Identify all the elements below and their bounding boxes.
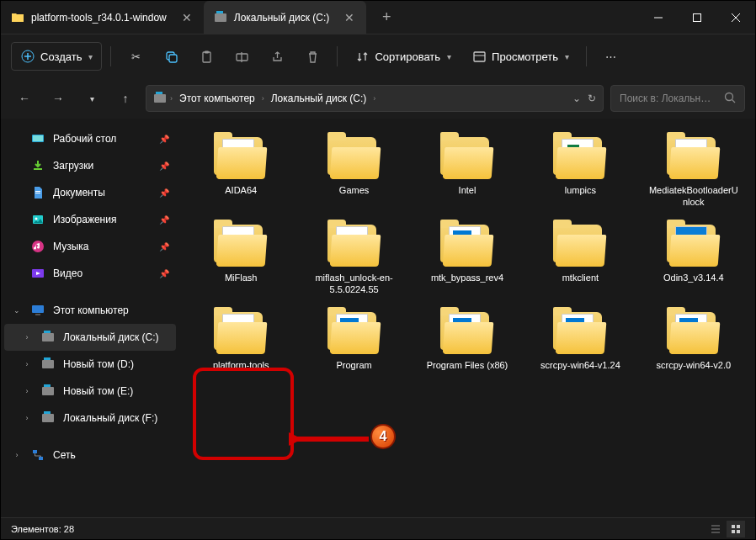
- refresh-button[interactable]: ↻: [588, 93, 596, 104]
- pictures-icon: [31, 213, 45, 226]
- folder-item[interactable]: Odin3_v3.14.4: [639, 216, 748, 300]
- folder-label: miflash_unlock-en-5.5.0224.55: [308, 272, 401, 295]
- icons-view-button[interactable]: [727, 521, 745, 537]
- sidebar-item-video[interactable]: Видео📌: [4, 260, 176, 287]
- sidebar-label: Сеть: [53, 449, 76, 461]
- copy-icon: [163, 49, 178, 64]
- close-icon[interactable]: ✕: [180, 11, 194, 24]
- folder-label: Games: [339, 184, 369, 196]
- disk-icon: [41, 357, 55, 371]
- sidebar-label: Локальный диск (C:): [63, 331, 159, 343]
- sidebar-item-drive[interactable]: ›Новый том (D:): [4, 351, 176, 378]
- minimize-button[interactable]: [639, 1, 678, 34]
- pin-icon: 📌: [159, 135, 169, 144]
- folder-item[interactable]: mtk_bypass_rev4: [413, 216, 522, 300]
- folder-item[interactable]: Intel: [413, 129, 522, 213]
- folder-icon: [551, 221, 609, 268]
- folder-item[interactable]: miflash_unlock-en-5.5.0224.55: [299, 216, 408, 300]
- chevron-down-icon[interactable]: ▾: [78, 85, 105, 112]
- sort-button[interactable]: Сортировать ▾: [346, 42, 460, 71]
- pin-icon: 📌: [159, 215, 169, 225]
- back-button[interactable]: ←: [11, 85, 38, 112]
- up-button[interactable]: ↑: [112, 85, 139, 112]
- rename-button[interactable]: [226, 42, 258, 71]
- search-input[interactable]: Поиск в: Локальн…: [610, 85, 745, 112]
- breadcrumb[interactable]: › Этот компьютер › Локальный диск (C:) ›…: [146, 85, 604, 112]
- folder-item[interactable]: scrcpy-win64-v1.24: [525, 304, 635, 376]
- ellipsis-icon: ⋯: [604, 49, 619, 64]
- tab-local-disk[interactable]: Локальный диск (C:) ✕: [204, 1, 367, 34]
- folder-item[interactable]: lumpics: [525, 129, 635, 213]
- share-icon: [269, 49, 285, 64]
- sidebar-item-drive[interactable]: ›Локальный диск (F:): [4, 405, 176, 431]
- svg-rect-28: [39, 457, 43, 460]
- folder-item[interactable]: Program Files (x86): [413, 304, 522, 376]
- svg-rect-10: [205, 50, 209, 53]
- folder-icon: [212, 134, 269, 181]
- music-icon: [31, 240, 45, 253]
- create-button[interactable]: Создать ▾: [11, 42, 102, 71]
- folder-label: Intel: [459, 184, 476, 196]
- chevron-down-icon: ⌄: [11, 306, 23, 315]
- sidebar-item-pictures[interactable]: Изображения📌: [4, 206, 176, 233]
- chevron-down-icon: ▾: [447, 52, 451, 61]
- sidebar-label: Музыка: [53, 241, 88, 252]
- sidebar-item-this-pc[interactable]: ⌄ Этот компьютер: [4, 297, 176, 324]
- delete-button[interactable]: [296, 42, 328, 71]
- search-placeholder: Поиск в: Локальн…: [620, 93, 717, 104]
- sort-label: Сортировать: [375, 50, 440, 63]
- sidebar-item-desktop[interactable]: Рабочий стол📌: [4, 125, 176, 152]
- paste-button[interactable]: [190, 42, 222, 71]
- svg-rect-36: [732, 530, 735, 533]
- share-button[interactable]: [261, 42, 293, 71]
- svg-point-15: [726, 93, 733, 100]
- folder-label: Program: [337, 359, 372, 371]
- details-view-button[interactable]: [706, 521, 725, 537]
- tab-platform-tools[interactable]: platform-tools_r34.0.1-window ✕: [1, 1, 204, 34]
- separator: [110, 46, 111, 66]
- sidebar-item-documents[interactable]: Документы📌: [4, 179, 176, 206]
- folder-icon: [326, 221, 383, 268]
- chevron-down-icon[interactable]: ⌄: [572, 93, 581, 104]
- folder-icon: [439, 309, 496, 356]
- svg-rect-8: [169, 55, 177, 62]
- folder-item[interactable]: mtkclient: [525, 216, 635, 300]
- folder-item[interactable]: Program: [299, 304, 408, 376]
- folder-item[interactable]: AIDA64: [186, 129, 295, 213]
- close-button[interactable]: [716, 1, 755, 34]
- breadcrumb-item[interactable]: Этот компьютер: [176, 91, 258, 106]
- separator: [586, 46, 587, 66]
- sidebar-label: Видео: [53, 267, 83, 279]
- svg-line-16: [732, 99, 736, 103]
- pin-icon: 📌: [159, 188, 169, 198]
- sidebar-item-music[interactable]: Музыка📌: [4, 233, 176, 260]
- folder-item[interactable]: MediatekBootloaderUnlock: [639, 129, 748, 213]
- sidebar-item-downloads[interactable]: Загрузки📌: [4, 152, 176, 179]
- folder-label: platform-tools: [213, 359, 269, 371]
- forward-button[interactable]: →: [45, 85, 72, 112]
- new-tab-button[interactable]: +: [373, 4, 400, 31]
- svg-rect-35: [737, 525, 740, 528]
- folder-icon: [326, 134, 383, 181]
- close-icon[interactable]: ✕: [343, 11, 356, 24]
- svg-rect-19: [35, 191, 40, 192]
- more-button[interactable]: ⋯: [595, 42, 627, 71]
- folder-item[interactable]: platform-tools: [186, 304, 295, 376]
- folder-item[interactable]: Games: [299, 129, 408, 213]
- breadcrumb-item[interactable]: Локальный диск (C:): [268, 91, 370, 106]
- maximize-button[interactable]: [678, 1, 716, 34]
- view-button[interactable]: Просмотреть ▾: [463, 42, 578, 71]
- folder-item[interactable]: MiFlash: [186, 216, 295, 300]
- cut-button[interactable]: ✂: [120, 42, 152, 71]
- addressbar: ← → ▾ ↑ › Этот компьютер › Локальный дис…: [1, 78, 755, 119]
- svg-rect-27: [33, 450, 37, 453]
- statusbar: Элементов: 28: [1, 517, 755, 539]
- folder-label: scrcpy-win64-v2.0: [656, 359, 731, 371]
- explorer-window: platform-tools_r34.0.1-window ✕ Локальны…: [0, 0, 756, 540]
- sidebar-item-drive[interactable]: ›Локальный диск (C:): [4, 324, 176, 351]
- sidebar-item-network[interactable]: › Сеть: [4, 442, 176, 469]
- copy-button[interactable]: [155, 42, 187, 71]
- folder-item[interactable]: scrcpy-win64-v2.0: [639, 304, 748, 376]
- sidebar-item-drive[interactable]: ›Новый том (E:): [4, 378, 176, 405]
- disk-icon: [41, 411, 55, 425]
